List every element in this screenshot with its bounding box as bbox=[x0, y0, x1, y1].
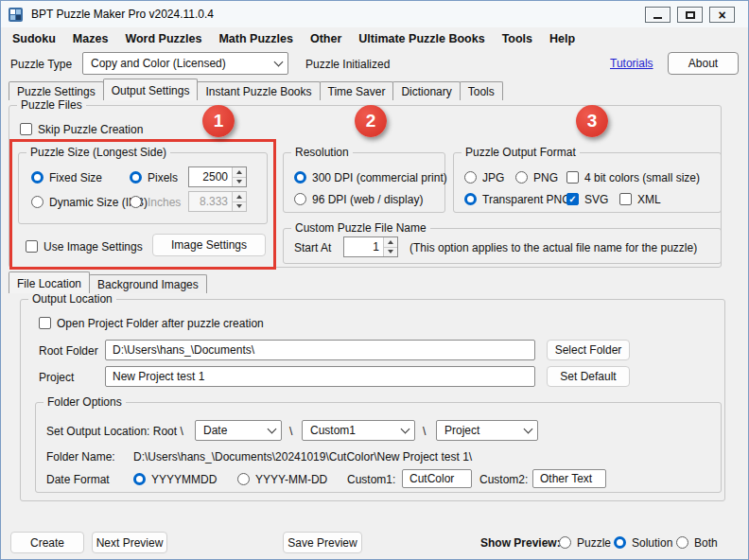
tab-background-images[interactable]: Background Images bbox=[89, 274, 207, 293]
fixed-size-label: Fixed Size bbox=[49, 171, 102, 184]
svg-checkbox[interactable]: ✓ SVG bbox=[566, 192, 608, 206]
use-image-settings-label: Use Image Settings bbox=[44, 240, 143, 254]
svg-label: SVG bbox=[584, 193, 608, 206]
tab-puzzle-settings[interactable]: Puzzle Settings bbox=[9, 81, 104, 100]
root-folder-input[interactable]: D:\Users\hans_\Documents\ bbox=[105, 340, 535, 360]
menu-sudoku[interactable]: Sudoku bbox=[4, 29, 64, 48]
tab-dictionary[interactable]: Dictionary bbox=[392, 81, 460, 100]
arrow-down-icon bbox=[236, 180, 242, 184]
checkbox-icon: ✓ bbox=[566, 171, 579, 184]
transparent-png-radio[interactable]: Transparent PNG bbox=[464, 192, 571, 206]
four-bit-colors-checkbox[interactable]: ✓ 4 bit colors (small size) bbox=[566, 170, 700, 184]
stepper-up-button[interactable] bbox=[233, 167, 246, 177]
fixed-size-radio[interactable]: Fixed Size bbox=[31, 170, 102, 184]
minimize-icon bbox=[653, 17, 662, 19]
menu-help[interactable]: Help bbox=[541, 29, 584, 48]
close-button[interactable]: × bbox=[709, 7, 735, 23]
tab-file-location[interactable]: File Location bbox=[9, 271, 90, 293]
output-location-group-label: Output Location bbox=[28, 292, 116, 306]
create-button[interactable]: Create bbox=[10, 532, 84, 553]
set-default-button[interactable]: Set Default bbox=[547, 366, 630, 387]
radio-icon bbox=[130, 171, 142, 184]
start-at-stepper[interactable]: 1 bbox=[343, 236, 398, 257]
transparent-png-label: Transparent PNG bbox=[482, 193, 571, 206]
jpg-radio[interactable]: JPG bbox=[464, 170, 504, 184]
close-icon: × bbox=[718, 9, 725, 22]
tab-output-settings[interactable]: Output Settings bbox=[103, 79, 199, 100]
png-label: PNG bbox=[533, 171, 558, 184]
stepper-down-button[interactable] bbox=[233, 201, 246, 212]
image-settings-button[interactable]: Image Settings bbox=[152, 234, 266, 256]
custom2-input[interactable]: Other Text bbox=[532, 469, 606, 488]
path-separator: \ bbox=[289, 425, 292, 438]
menu-ultimate-puzzle-books[interactable]: Ultimate Puzzle Books bbox=[350, 29, 493, 48]
stepper-down-button[interactable] bbox=[233, 177, 246, 187]
inches-label: Inches bbox=[148, 196, 181, 209]
stepper-up-button[interactable] bbox=[233, 192, 246, 201]
pixels-stepper[interactable]: 2500 bbox=[188, 166, 247, 187]
skip-puzzle-creation-checkbox[interactable]: ✓ Skip Puzzle Creation bbox=[20, 122, 143, 136]
stepper-up-button[interactable] bbox=[384, 237, 397, 247]
folder-name-label: Folder Name: bbox=[46, 450, 115, 464]
project-label: Project bbox=[39, 371, 74, 384]
custom1-input[interactable]: CutColor bbox=[402, 469, 472, 488]
stepper-arrows bbox=[383, 237, 397, 256]
menu-other[interactable]: Other bbox=[302, 29, 350, 48]
custom1-label: Custom1: bbox=[347, 473, 395, 486]
save-preview-button[interactable]: Save Preview bbox=[283, 532, 362, 553]
folder-part-3-select[interactable]: Project bbox=[436, 420, 538, 441]
menu-word-puzzles[interactable]: Word Puzzles bbox=[116, 29, 210, 48]
xml-checkbox[interactable]: ✓ XML bbox=[619, 192, 661, 206]
preview-solution-radio[interactable]: Solution bbox=[614, 535, 672, 550]
folder-part-2-value: Custom1 bbox=[303, 424, 395, 437]
menu-tools[interactable]: Tools bbox=[494, 29, 541, 48]
project-input[interactable]: New Project test 1 bbox=[105, 366, 535, 387]
tab-tools[interactable]: Tools bbox=[460, 81, 503, 100]
folder-name-value: D:\Users\hans_\Documents\20241019\CutCol… bbox=[133, 450, 472, 464]
use-image-settings-checkbox[interactable]: ✓ Use Image Settings bbox=[26, 239, 143, 254]
preview-both-radio[interactable]: Both bbox=[676, 535, 718, 550]
minimize-button[interactable] bbox=[645, 7, 671, 23]
radio-icon bbox=[614, 536, 626, 549]
inches-stepper: 8.333 bbox=[188, 191, 247, 212]
about-button[interactable]: About bbox=[668, 52, 739, 75]
dpi-300-radio[interactable]: 300 DPI (commercial print) bbox=[294, 170, 447, 184]
radio-icon bbox=[133, 473, 146, 485]
inches-value: 8.333 bbox=[189, 192, 232, 211]
dpi-300-label: 300 DPI (commercial print) bbox=[312, 171, 447, 184]
tab-time-saver[interactable]: Time Saver bbox=[320, 81, 394, 100]
start-at-value: 1 bbox=[344, 237, 383, 256]
maximize-button[interactable] bbox=[677, 7, 703, 23]
folder-part-2-select[interactable]: Custom1 bbox=[302, 420, 415, 441]
pixels-radio[interactable]: Pixels bbox=[130, 170, 178, 184]
dpi-96-radio[interactable]: 96 DPI (web / display) bbox=[294, 192, 423, 206]
date-format-label: Date Format bbox=[46, 473, 110, 486]
root-folder-label: Root Folder bbox=[39, 344, 98, 358]
select-folder-button[interactable]: Select Folder bbox=[547, 340, 630, 360]
puzzle-type-select[interactable]: Copy and Color (Licensed) bbox=[82, 52, 288, 75]
annotation-badge-2: 2 bbox=[355, 105, 387, 137]
menu-mazes[interactable]: Mazes bbox=[64, 29, 117, 48]
radio-icon bbox=[294, 171, 306, 184]
title-bar: BPT Puzzle Maker Pro v2024.11.0.4 × bbox=[1, 1, 748, 27]
tutorials-link[interactable]: Tutorials bbox=[610, 57, 653, 70]
output-format-group-label: Puzzle Output Format bbox=[462, 146, 580, 159]
next-preview-button[interactable]: Next Preview bbox=[92, 532, 167, 553]
folder-part-1-select[interactable]: Date bbox=[195, 420, 282, 441]
puzzle-files-group-label: Puzzle Files bbox=[17, 98, 86, 112]
yyyy-mm-dd-radio[interactable]: YYYY-MM-DD bbox=[237, 472, 327, 486]
yyyymmdd-radio[interactable]: YYYYMMDD bbox=[133, 472, 217, 486]
inches-radio[interactable]: Inches bbox=[130, 195, 181, 209]
radio-icon bbox=[31, 196, 44, 208]
start-at-label: Start At bbox=[294, 241, 331, 254]
stepper-down-button[interactable] bbox=[384, 247, 397, 257]
png-radio[interactable]: PNG bbox=[515, 170, 558, 184]
radio-icon bbox=[294, 193, 306, 205]
checkbox-icon: ✓ bbox=[566, 193, 579, 205]
tab-instant-puzzle-books[interactable]: Instant Puzzle Books bbox=[197, 81, 320, 100]
open-project-folder-checkbox[interactable]: ✓ Open Project Folder after puzzle creat… bbox=[39, 316, 264, 330]
menu-math-puzzles[interactable]: Math Puzzles bbox=[210, 29, 302, 48]
app-window: BPT Puzzle Maker Pro v2024.11.0.4 × Sudo… bbox=[0, 0, 749, 560]
preview-puzzle-radio[interactable]: Puzzle bbox=[559, 535, 611, 550]
pixels-value: 2500 bbox=[189, 167, 232, 186]
